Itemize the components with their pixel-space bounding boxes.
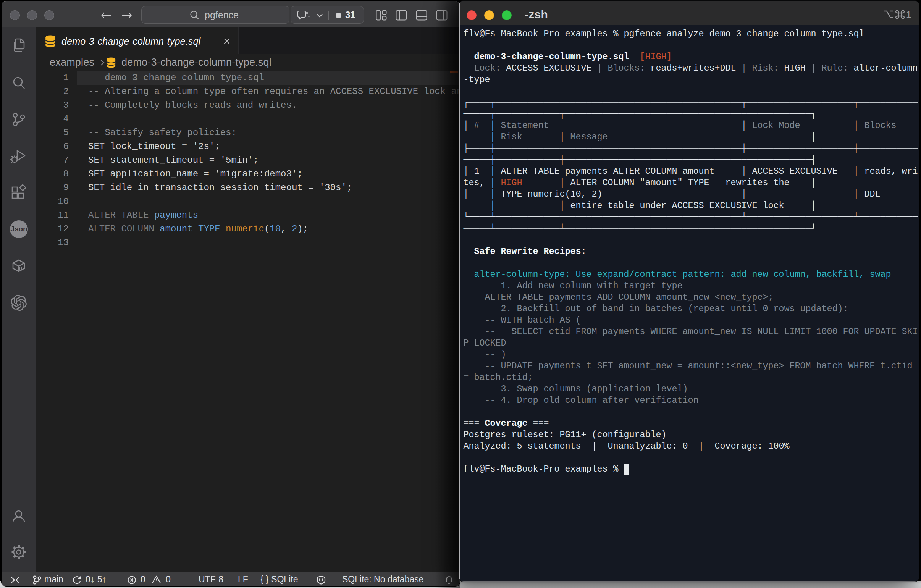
- svg-text:1: 1: [906, 9, 911, 20]
